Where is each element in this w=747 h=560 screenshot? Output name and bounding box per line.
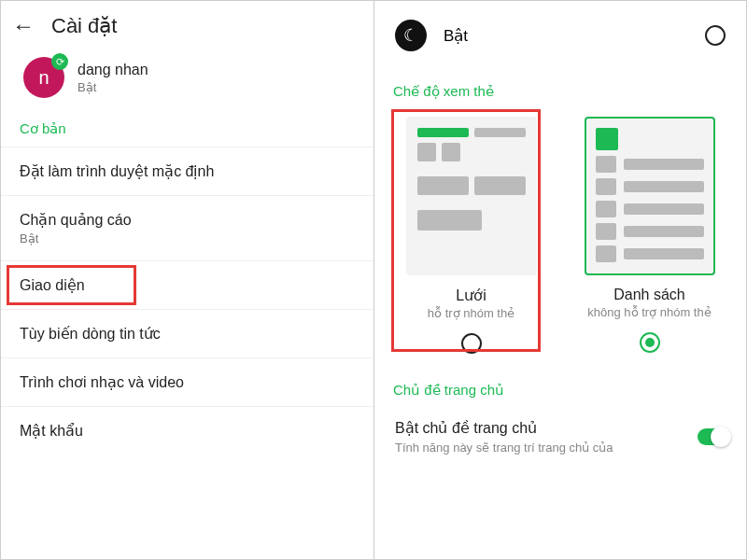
avatar-letter: n (38, 67, 49, 89)
row-home-theme[interactable]: Bật chủ đề trang chủ Tính năng này sẽ tr… (374, 408, 746, 455)
list-radio[interactable] (640, 332, 660, 353)
night-mode-radio[interactable] (705, 25, 726, 46)
row-ui[interactable]: Giao diện (1, 260, 374, 309)
page-title: Cài đặt (51, 14, 117, 38)
theme-label: Bật chủ đề trang chủ (395, 419, 726, 437)
grid-sub: hỗ trợ nhóm thẻ (428, 306, 514, 320)
row-adblock[interactable]: Chặn quảng cáo Bật (1, 195, 374, 260)
section-card-view: Chế độ xem thẻ (374, 77, 746, 109)
row-media[interactable]: Trình chơi nhạc và video (1, 357, 374, 406)
list-preview (585, 117, 715, 275)
moon-icon: ☾ (395, 20, 427, 51)
avatar: n ⟳ (23, 57, 64, 98)
account-row[interactable]: n ⟳ dang nhan Bật (1, 44, 374, 115)
row-password[interactable]: Mật khẩu (1, 406, 374, 455)
section-basic: Cơ bản (1, 115, 374, 147)
grid-radio[interactable] (461, 333, 482, 354)
back-icon[interactable]: ← (12, 15, 35, 37)
row-label: Chặn quảng cáo (20, 212, 132, 228)
row-night-mode[interactable]: ☾ Bật (374, 1, 746, 77)
row-default-browser[interactable]: Đặt làm trình duyệt mặc định (1, 147, 374, 195)
appearance-screen: ☾ Bật Chế độ xem thẻ Lưới hỗ trợ nhóm th… (374, 1, 746, 559)
sync-icon: ⟳ (51, 53, 68, 70)
settings-screen: ← Cài đặt n ⟳ dang nhan Bật Cơ bản Đặt l… (1, 1, 374, 559)
card-view-grid[interactable]: Lưới hỗ trợ nhóm thẻ (395, 117, 547, 354)
card-view-list[interactable]: Danh sách không hỗ trợ nhóm thẻ (573, 117, 726, 354)
row-label: Giao diện (20, 277, 85, 293)
theme-toggle[interactable] (698, 428, 729, 445)
list-label: Danh sách (613, 287, 685, 303)
night-mode-label: Bật (444, 26, 468, 46)
list-sub: không hỗ trợ nhóm thẻ (587, 305, 711, 319)
row-label: Mật khẩu (20, 423, 83, 439)
row-label: Tùy biến dòng tin tức (20, 326, 161, 342)
row-status: Bật (20, 231, 355, 245)
grid-label: Lưới (456, 287, 486, 304)
grid-preview (406, 117, 537, 275)
row-news[interactable]: Tùy biến dòng tin tức (1, 309, 374, 357)
account-status: Bật (78, 80, 148, 94)
row-label: Đặt làm trình duyệt mặc định (20, 163, 214, 179)
theme-sub: Tính năng này sẽ trang trí trang chủ của (395, 441, 726, 455)
row-label: Trình chơi nhạc và video (20, 374, 184, 390)
section-theme: Chủ đề trang chủ (374, 376, 746, 408)
account-name: dang nhan (78, 62, 148, 78)
